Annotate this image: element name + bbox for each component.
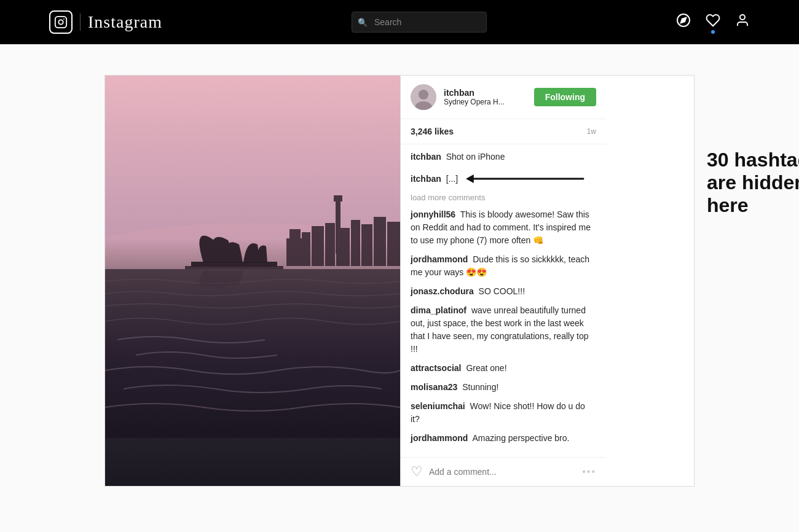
comment-text-1: [...] bbox=[444, 173, 458, 186]
comment-text-7: Great one! bbox=[466, 363, 506, 373]
add-comment-input[interactable] bbox=[429, 467, 576, 477]
search-bar-container: 🔍 bbox=[352, 12, 487, 33]
user-info: itchban Sydney Opera H... bbox=[444, 88, 534, 106]
hashtag-annotation-text: 30 hashtags are hidden here bbox=[707, 149, 799, 216]
comment-0: itchban Shot on iPhone bbox=[411, 151, 596, 163]
main-header: Instagram 🔍 bbox=[0, 0, 799, 44]
svg-point-1 bbox=[58, 20, 63, 24]
svg-marker-29 bbox=[466, 174, 474, 183]
instagram-wordmark: Instagram bbox=[88, 12, 162, 32]
svg-rect-16 bbox=[374, 217, 386, 266]
comment-text-10: Amazing perspective bro. bbox=[472, 433, 569, 443]
instagram-camera-icon bbox=[49, 10, 73, 34]
likes-count: 3,246 likes bbox=[411, 127, 454, 136]
svg-rect-0 bbox=[55, 17, 66, 28]
svg-rect-18 bbox=[336, 198, 340, 254]
time-ago: 1w bbox=[587, 127, 596, 136]
svg-rect-23 bbox=[185, 266, 283, 269]
comment-text-5: SO COOL!!! bbox=[479, 286, 525, 296]
arrow-annotation-svg bbox=[463, 170, 596, 188]
more-options-icon[interactable]: ••• bbox=[582, 466, 596, 477]
comment-text-8: Stunning! bbox=[462, 382, 498, 392]
search-input[interactable] bbox=[352, 12, 487, 33]
comment-username-4[interactable]: jordhammond bbox=[411, 254, 468, 264]
svg-point-5 bbox=[740, 15, 745, 20]
comment-4: jordhammond Dude this is so sickkkkk, te… bbox=[411, 253, 596, 279]
svg-rect-10 bbox=[302, 232, 310, 266]
header-divider bbox=[80, 14, 81, 31]
comment-username-3[interactable]: jonnyhill56 bbox=[411, 209, 455, 219]
svg-marker-4 bbox=[681, 18, 686, 23]
following-button[interactable]: Following bbox=[534, 88, 596, 106]
svg-rect-19 bbox=[334, 195, 342, 201]
comment-1: itchban [...] bbox=[411, 170, 596, 188]
profile-icon[interactable] bbox=[735, 13, 750, 31]
svg-rect-12 bbox=[325, 223, 335, 266]
header-right bbox=[676, 13, 750, 31]
comments-section: itchban Shot on iPhone itchban [...] loa bbox=[401, 144, 606, 457]
header-left: Instagram bbox=[49, 10, 162, 34]
comment-7: attractsocial Great one! bbox=[411, 362, 596, 375]
svg-rect-17 bbox=[387, 222, 400, 266]
load-more-comments[interactable]: load more comments bbox=[411, 193, 596, 202]
comment-username-10[interactable]: jordhammond bbox=[411, 433, 468, 443]
compass-icon[interactable] bbox=[676, 13, 691, 31]
likes-row: 3,246 likes 1w bbox=[401, 119, 606, 144]
add-comment-row: ♡ ••• bbox=[401, 457, 606, 486]
comment-username-5[interactable]: jonasz.chodura bbox=[411, 286, 474, 296]
post-panel: itchban Sydney Opera H... Following 3,24… bbox=[400, 76, 606, 486]
search-icon: 🔍 bbox=[358, 18, 368, 27]
post-image bbox=[105, 76, 400, 486]
svg-rect-15 bbox=[361, 224, 372, 266]
comment-text-0: Shot on iPhone bbox=[446, 152, 505, 162]
comment-username-7[interactable]: attractsocial bbox=[411, 363, 461, 373]
main-content: itchban Sydney Opera H... Following 3,24… bbox=[0, 44, 799, 517]
comment-8: molisana23 Stunning! bbox=[411, 381, 596, 394]
like-icon[interactable]: ♡ bbox=[411, 464, 423, 480]
post-container: itchban Sydney Opera H... Following 3,24… bbox=[104, 75, 695, 487]
comment-username-8[interactable]: molisana23 bbox=[411, 382, 457, 392]
post-outer-wrapper: itchban Sydney Opera H... Following 3,24… bbox=[104, 75, 695, 487]
comment-3: jonnyhill56 This is bloody awesome! Saw … bbox=[411, 208, 596, 247]
comment-5: jonasz.chodura SO COOL!!! bbox=[411, 285, 596, 298]
svg-rect-14 bbox=[351, 220, 360, 266]
post-header: itchban Sydney Opera H... Following bbox=[401, 76, 606, 119]
comment-username-9[interactable]: seleniumchai bbox=[411, 401, 465, 411]
comment-6: dima_platinof wave unreal beautifully tu… bbox=[411, 304, 596, 356]
hashtag-annotation: 30 hashtags are hidden here bbox=[707, 149, 799, 216]
svg-point-2 bbox=[63, 18, 65, 20]
post-location: Sydney Opera H... bbox=[444, 98, 534, 106]
comment-9: seleniumchai Wow! Nice shot!! How do u d… bbox=[411, 400, 596, 426]
comment-username-6[interactable]: dima_platinof bbox=[411, 305, 466, 315]
comment-username-0[interactable]: itchban bbox=[411, 152, 441, 162]
avatar bbox=[411, 84, 436, 110]
svg-point-26 bbox=[419, 90, 428, 100]
svg-rect-20 bbox=[314, 235, 321, 266]
svg-rect-21 bbox=[294, 240, 301, 266]
post-username[interactable]: itchban bbox=[444, 88, 534, 98]
comment-10: jordhammond Amazing perspective bro. bbox=[411, 432, 596, 445]
svg-rect-22 bbox=[191, 262, 277, 267]
heart-icon[interactable] bbox=[706, 13, 720, 31]
comment-username-1[interactable]: itchban bbox=[411, 173, 441, 186]
notification-dot bbox=[711, 30, 715, 34]
